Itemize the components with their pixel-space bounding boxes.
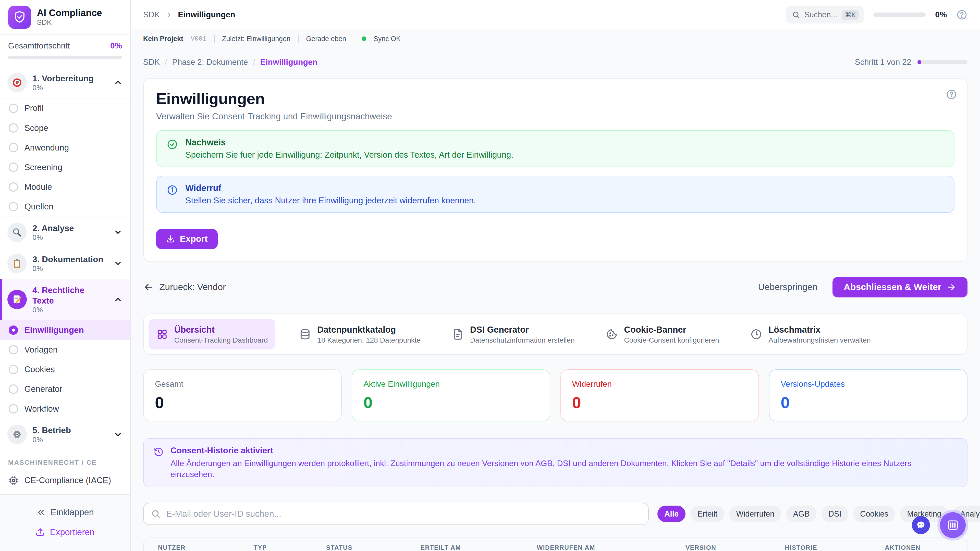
help-icon[interactable] (946, 89, 957, 100)
filter-cookies[interactable]: Cookies (853, 506, 895, 522)
col-historie: HISTORIE (785, 544, 885, 551)
sidebar-item-ce-compliance[interactable]: CE-Compliance (IACE) (0, 470, 130, 493)
sidebar: AI Compliance SDK Gesamtfortschritt 0% (0, 0, 130, 551)
global-search-button[interactable]: Suchen... ⌘K (786, 6, 864, 24)
tab-datenpunktkatalog[interactable]: Datenpunktkatalog 18 Kategorien, 128 Dat… (292, 319, 428, 349)
chevrons-left-icon (36, 508, 46, 517)
sidebar-item-anwendung[interactable]: Anwendung (0, 138, 130, 157)
collapse-sidebar-button[interactable]: Einklappen (0, 502, 130, 522)
sidebar-item-profil[interactable]: Profil (0, 98, 130, 118)
sidebar-section-analyse[interactable]: 2. Analyse 0% (0, 217, 130, 248)
sync-status-dot (362, 37, 366, 41)
radio-icon (9, 183, 18, 192)
chevron-down-icon (113, 259, 123, 268)
search-placeholder: Suchen... (804, 10, 837, 19)
chevron-up-icon (113, 78, 123, 87)
radio-icon (9, 143, 18, 152)
tab-cookie-banner[interactable]: Cookie-Banner Cookie-Consent konfigurier… (598, 319, 727, 349)
tab-loeschmatrix[interactable]: Löschmatrix Aufbewahrungsfristen verwalt… (743, 319, 878, 349)
filter-widerrufen[interactable]: Widerrufen (729, 506, 781, 522)
radio-icon (9, 123, 18, 133)
database-icon (299, 328, 311, 340)
radio-checked-icon (9, 326, 18, 335)
topbar-progress-bar (873, 13, 926, 17)
breadcrumb-root[interactable]: SDK (143, 10, 160, 19)
col-aktionen: AKTIONEN (885, 544, 967, 551)
alert-title: Nachweis (185, 138, 513, 148)
chip-icon (8, 475, 19, 486)
tab-dsi-generator[interactable]: DSI Generator Datenschutzinformation ers… (444, 319, 582, 349)
memo-icon (7, 290, 27, 309)
col-typ: TYP (254, 544, 326, 551)
section-progress: 0% (32, 306, 108, 314)
sidebar-nav: 1. Vorbereitung 0% Profil Scope Anwendun… (0, 67, 130, 494)
section-progress: 0% (32, 265, 107, 273)
table-header-row: NUTZER TYP STATUS ERTEILT AM WIDERRUFEN … (144, 538, 967, 551)
alert-nachweis: Nachweis Speichern Sie fuer jede Einwill… (156, 130, 955, 167)
chevron-right-icon (165, 11, 173, 19)
alert-body: Stellen Sie sicher, dass Nutzer ihre Ein… (185, 196, 476, 205)
topbar-breadcrumb: SDK Einwilligungen (143, 10, 235, 19)
sidebar-item-generator[interactable]: Generator (0, 380, 130, 399)
back-link[interactable]: Zurueck: Vendor (143, 282, 226, 292)
user-search-input[interactable] (166, 509, 641, 519)
sidebar-footer: Einklappen Exportieren (0, 494, 130, 551)
overall-progress-bar (8, 56, 122, 59)
radio-icon (9, 103, 18, 113)
sidebar-section-rechtliche-texte[interactable]: 4. Rechtliche Texte 0% (0, 279, 130, 321)
filter-agb[interactable]: AGB (786, 506, 817, 522)
sidebar-section-betrieb[interactable]: 5. Betrieb 0% (0, 419, 130, 450)
page-title: Einwilligungen (156, 90, 955, 108)
stat-aktive: Aktive Einwilligungen 0 (352, 369, 550, 421)
alert-body: Speichern Sie fuer jede Einwilligung: Ze… (185, 150, 513, 160)
chat-fab-button[interactable] (912, 516, 930, 534)
topbar: SDK Einwilligungen Suchen... ⌘K 0% (130, 0, 980, 30)
col-erteilt-am: ERTEILT AM (421, 544, 537, 551)
board-view-fab-button[interactable] (940, 512, 966, 538)
user-search-box (143, 503, 649, 525)
skip-button[interactable]: Ueberspringen (758, 282, 818, 292)
filter-erteilt[interactable]: Erteilt (690, 506, 724, 522)
tab-uebersicht[interactable]: Übersicht Consent-Tracking Dashboard (148, 319, 275, 349)
consents-table: NUTZER TYP STATUS ERTEILT AM WIDERRUFEN … (143, 537, 967, 551)
topbar-progress-value: 0% (935, 10, 947, 19)
help-icon[interactable] (956, 9, 967, 21)
stat-widerrufen: Widerrufen 0 (560, 369, 759, 421)
sidebar-item-vorlagen[interactable]: Vorlagen (0, 340, 130, 360)
shield-check-icon (13, 10, 27, 24)
breadcrumb-current: Einwilligungen (260, 57, 318, 67)
sidebar-item-module[interactable]: Module (0, 177, 130, 197)
banner-body: Alle Änderungen an Einwilligungen werden… (170, 458, 957, 480)
sidebar-export-button[interactable]: Exportieren (0, 522, 130, 542)
sidebar-section-vorbereitung[interactable]: 1. Vorbereitung 0% (0, 67, 130, 98)
section-label: 1. Vorbereitung (32, 73, 107, 84)
sidebar-item-quellen[interactable]: Quellen (0, 197, 130, 217)
export-button[interactable]: Export (156, 229, 218, 249)
section-label: 2. Analyse (32, 223, 107, 233)
filter-dsi[interactable]: DSI (821, 506, 848, 522)
breadcrumb-phase[interactable]: Phase 2: Dokumente (172, 57, 248, 67)
last-visited: Zuletzt: Einwilligungen (222, 35, 290, 43)
radio-icon (9, 404, 18, 413)
section-label: 5. Betrieb (32, 425, 107, 435)
sidebar-item-screening[interactable]: Screening (0, 157, 130, 177)
cookie-icon (606, 328, 618, 340)
chevron-down-icon (113, 227, 123, 237)
content-breadcrumb: SDK / Phase 2: Dokumente / Einwilligunge… (143, 57, 318, 67)
last-saved-time: Gerade eben (306, 35, 346, 43)
radio-icon (9, 365, 18, 374)
breadcrumb-sdk[interactable]: SDK (143, 57, 160, 67)
finish-next-button[interactable]: Abschliessen & Weiter (832, 277, 967, 297)
sidebar-item-einwilligungen[interactable]: Einwilligungen (0, 320, 130, 340)
sidebar-section-dokumentation[interactable]: 3. Dokumentation 0% (0, 248, 130, 279)
sidebar-item-workflow[interactable]: Workflow (0, 399, 130, 419)
chevron-down-icon (113, 430, 123, 439)
grid-icon (156, 328, 168, 340)
sidebar-item-cookies[interactable]: Cookies (0, 360, 130, 380)
stat-versions-updates: Versions-Updates 0 (769, 369, 967, 421)
sidebar-item-scope[interactable]: Scope (0, 118, 130, 138)
stat-cards: Gesamt 0 Aktive Einwilligungen 0 Widerru… (143, 369, 967, 421)
filter-alle[interactable]: Alle (657, 506, 686, 522)
overall-progress: Gesamtfortschritt 0% (0, 35, 130, 67)
magnifier-icon (7, 223, 27, 242)
